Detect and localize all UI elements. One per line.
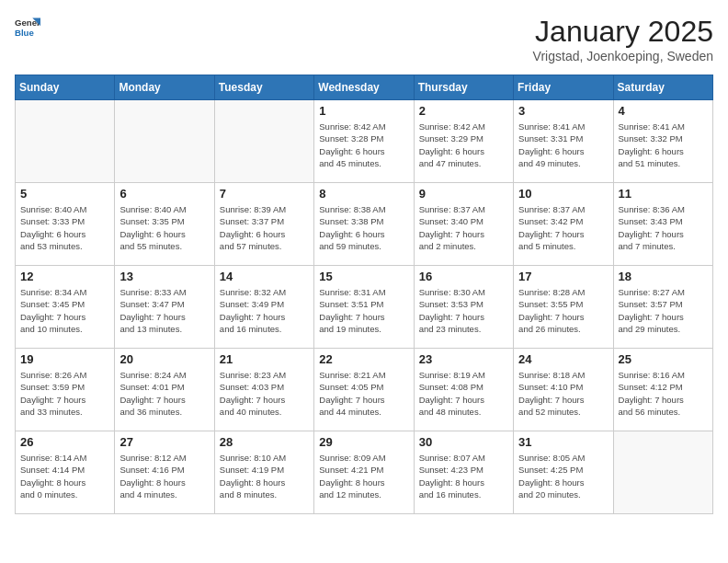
day-number: 27 bbox=[119, 435, 209, 449]
calendar-cell: 6Sunrise: 8:40 AM Sunset: 3:35 PM Daylig… bbox=[115, 183, 214, 266]
day-info: Sunrise: 8:40 AM Sunset: 3:35 PM Dayligh… bbox=[119, 203, 209, 252]
calendar-cell: 4Sunrise: 8:41 AM Sunset: 3:32 PM Daylig… bbox=[613, 100, 712, 183]
day-number: 8 bbox=[319, 187, 408, 201]
calendar-cell: 22Sunrise: 8:21 AM Sunset: 4:05 PM Dayli… bbox=[314, 349, 414, 431]
calendar-cell: 13Sunrise: 8:33 AM Sunset: 3:47 PM Dayli… bbox=[115, 266, 214, 349]
day-number: 14 bbox=[220, 270, 309, 283]
day-number: 9 bbox=[419, 187, 508, 201]
calendar-cell: 19Sunrise: 8:26 AM Sunset: 3:59 PM Dayli… bbox=[16, 349, 115, 431]
week-row-1: 1Sunrise: 8:42 AM Sunset: 3:28 PM Daylig… bbox=[16, 100, 713, 183]
day-info: Sunrise: 8:21 AM Sunset: 4:05 PM Dayligh… bbox=[319, 369, 408, 418]
calendar-cell: 8Sunrise: 8:38 AM Sunset: 3:38 PM Daylig… bbox=[314, 183, 414, 266]
day-number: 22 bbox=[319, 352, 408, 366]
location-title: Vrigstad, Joenkoeping, Sweden bbox=[533, 49, 713, 63]
weekday-header-thursday: Thursday bbox=[414, 75, 513, 100]
calendar-cell: 29Sunrise: 8:09 AM Sunset: 4:21 PM Dayli… bbox=[314, 431, 414, 514]
calendar-cell: 31Sunrise: 8:05 AM Sunset: 4:25 PM Dayli… bbox=[514, 431, 613, 514]
day-number: 10 bbox=[518, 187, 608, 201]
day-number: 11 bbox=[619, 187, 708, 201]
calendar-cell bbox=[214, 100, 313, 183]
calendar-cell: 11Sunrise: 8:36 AM Sunset: 3:43 PM Dayli… bbox=[613, 183, 712, 266]
day-number: 20 bbox=[119, 352, 209, 366]
month-title: January 2025 bbox=[533, 15, 713, 49]
day-info: Sunrise: 8:34 AM Sunset: 3:45 PM Dayligh… bbox=[20, 286, 109, 335]
week-row-5: 26Sunrise: 8:14 AM Sunset: 4:14 PM Dayli… bbox=[16, 431, 713, 514]
calendar-cell bbox=[16, 100, 115, 183]
calendar-cell: 1Sunrise: 8:42 AM Sunset: 3:28 PM Daylig… bbox=[314, 100, 414, 183]
calendar-cell bbox=[613, 431, 712, 514]
calendar-cell: 21Sunrise: 8:23 AM Sunset: 4:03 PM Dayli… bbox=[214, 349, 313, 431]
day-number: 29 bbox=[319, 435, 408, 449]
calendar-cell: 3Sunrise: 8:41 AM Sunset: 3:31 PM Daylig… bbox=[514, 100, 613, 183]
day-number: 6 bbox=[119, 187, 209, 201]
day-info: Sunrise: 8:41 AM Sunset: 3:32 PM Dayligh… bbox=[619, 121, 708, 169]
calendar-cell: 15Sunrise: 8:31 AM Sunset: 3:51 PM Dayli… bbox=[314, 266, 414, 349]
day-info: Sunrise: 8:07 AM Sunset: 4:23 PM Dayligh… bbox=[419, 452, 508, 500]
day-number: 16 bbox=[419, 270, 508, 283]
day-info: Sunrise: 8:30 AM Sunset: 3:53 PM Dayligh… bbox=[419, 286, 508, 335]
weekday-header-sunday: Sunday bbox=[16, 75, 115, 100]
day-number: 30 bbox=[419, 435, 508, 449]
day-number: 21 bbox=[220, 352, 309, 366]
day-info: Sunrise: 8:32 AM Sunset: 3:49 PM Dayligh… bbox=[220, 286, 309, 335]
day-number: 17 bbox=[518, 270, 608, 283]
day-number: 2 bbox=[419, 104, 508, 118]
week-row-4: 19Sunrise: 8:26 AM Sunset: 3:59 PM Dayli… bbox=[16, 349, 713, 431]
calendar-cell: 28Sunrise: 8:10 AM Sunset: 4:19 PM Dayli… bbox=[214, 431, 313, 514]
calendar-cell: 17Sunrise: 8:28 AM Sunset: 3:55 PM Dayli… bbox=[514, 266, 613, 349]
week-row-3: 12Sunrise: 8:34 AM Sunset: 3:45 PM Dayli… bbox=[16, 266, 713, 349]
day-info: Sunrise: 8:05 AM Sunset: 4:25 PM Dayligh… bbox=[518, 452, 608, 500]
calendar-cell: 24Sunrise: 8:18 AM Sunset: 4:10 PM Dayli… bbox=[514, 349, 613, 431]
day-number: 19 bbox=[20, 352, 109, 366]
day-number: 15 bbox=[319, 270, 408, 283]
day-info: Sunrise: 8:37 AM Sunset: 3:42 PM Dayligh… bbox=[518, 203, 608, 252]
day-info: Sunrise: 8:18 AM Sunset: 4:10 PM Dayligh… bbox=[518, 369, 608, 418]
logo: General Blue bbox=[15, 15, 40, 40]
day-info: Sunrise: 8:31 AM Sunset: 3:51 PM Dayligh… bbox=[319, 286, 408, 335]
day-number: 13 bbox=[119, 270, 209, 283]
day-info: Sunrise: 8:24 AM Sunset: 4:01 PM Dayligh… bbox=[119, 369, 209, 418]
day-number: 31 bbox=[518, 435, 608, 449]
day-number: 24 bbox=[518, 352, 608, 366]
day-info: Sunrise: 8:14 AM Sunset: 4:14 PM Dayligh… bbox=[20, 452, 109, 500]
calendar-cell: 9Sunrise: 8:37 AM Sunset: 3:40 PM Daylig… bbox=[414, 183, 513, 266]
day-info: Sunrise: 8:33 AM Sunset: 3:47 PM Dayligh… bbox=[119, 286, 209, 335]
weekday-header-wednesday: Wednesday bbox=[314, 75, 414, 100]
day-number: 25 bbox=[619, 352, 708, 366]
day-info: Sunrise: 8:16 AM Sunset: 4:12 PM Dayligh… bbox=[619, 369, 708, 418]
day-info: Sunrise: 8:40 AM Sunset: 3:33 PM Dayligh… bbox=[20, 203, 109, 252]
week-row-2: 5Sunrise: 8:40 AM Sunset: 3:33 PM Daylig… bbox=[16, 183, 713, 266]
day-number: 28 bbox=[220, 435, 309, 449]
day-number: 23 bbox=[419, 352, 508, 366]
weekday-header-tuesday: Tuesday bbox=[214, 75, 313, 100]
calendar-cell: 2Sunrise: 8:42 AM Sunset: 3:29 PM Daylig… bbox=[414, 100, 513, 183]
calendar-cell: 25Sunrise: 8:16 AM Sunset: 4:12 PM Dayli… bbox=[613, 349, 712, 431]
day-number: 3 bbox=[518, 104, 608, 118]
calendar-cell: 18Sunrise: 8:27 AM Sunset: 3:57 PM Dayli… bbox=[613, 266, 712, 349]
day-number: 12 bbox=[20, 270, 109, 283]
page-header: General Blue January 2025 Vrigstad, Joen… bbox=[15, 15, 713, 63]
day-number: 26 bbox=[20, 435, 109, 449]
day-info: Sunrise: 8:19 AM Sunset: 4:08 PM Dayligh… bbox=[419, 369, 508, 418]
calendar-table: SundayMondayTuesdayWednesdayThursdayFrid… bbox=[15, 75, 713, 514]
day-number: 5 bbox=[20, 187, 109, 201]
day-number: 4 bbox=[619, 104, 708, 118]
day-info: Sunrise: 8:36 AM Sunset: 3:43 PM Dayligh… bbox=[619, 203, 708, 252]
day-number: 18 bbox=[619, 270, 708, 283]
day-info: Sunrise: 8:37 AM Sunset: 3:40 PM Dayligh… bbox=[419, 203, 508, 252]
weekday-header-row: SundayMondayTuesdayWednesdayThursdayFrid… bbox=[16, 75, 713, 100]
logo-icon: General Blue bbox=[15, 15, 40, 40]
day-info: Sunrise: 8:41 AM Sunset: 3:31 PM Dayligh… bbox=[518, 121, 608, 169]
day-info: Sunrise: 8:10 AM Sunset: 4:19 PM Dayligh… bbox=[220, 452, 309, 500]
calendar-cell: 16Sunrise: 8:30 AM Sunset: 3:53 PM Dayli… bbox=[414, 266, 513, 349]
calendar-cell: 30Sunrise: 8:07 AM Sunset: 4:23 PM Dayli… bbox=[414, 431, 513, 514]
calendar-cell: 5Sunrise: 8:40 AM Sunset: 3:33 PM Daylig… bbox=[16, 183, 115, 266]
day-info: Sunrise: 8:28 AM Sunset: 3:55 PM Dayligh… bbox=[518, 286, 608, 335]
day-info: Sunrise: 8:23 AM Sunset: 4:03 PM Dayligh… bbox=[220, 369, 309, 418]
weekday-header-saturday: Saturday bbox=[613, 75, 712, 100]
day-info: Sunrise: 8:38 AM Sunset: 3:38 PM Dayligh… bbox=[319, 203, 408, 252]
day-info: Sunrise: 8:27 AM Sunset: 3:57 PM Dayligh… bbox=[619, 286, 708, 335]
svg-text:Blue: Blue bbox=[15, 28, 34, 38]
calendar-cell: 27Sunrise: 8:12 AM Sunset: 4:16 PM Dayli… bbox=[115, 431, 214, 514]
day-info: Sunrise: 8:42 AM Sunset: 3:29 PM Dayligh… bbox=[419, 121, 508, 169]
